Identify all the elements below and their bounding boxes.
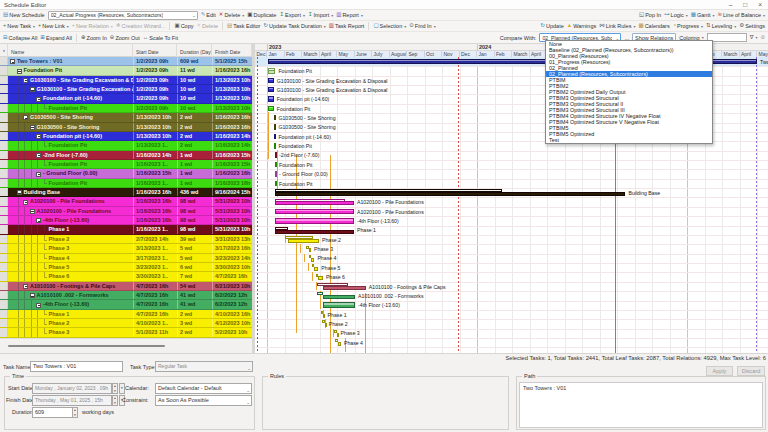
leveling-button[interactable]: ⇅Leveling▾ [706, 23, 736, 29]
table-row-phase-3[interactable]: Phase 33/13/2023 1..5 wd3/17/2023 16h [0, 244, 252, 253]
task-name-input[interactable]: Two Towers : V01 [30, 361, 123, 372]
gantt-bar-phase-6[interactable] [318, 276, 323, 280]
delete-button[interactable]: ✕Delete [196, 23, 218, 29]
calendar-select[interactable]: Default Calendar - Default⌄ [155, 383, 252, 394]
pop-in-button[interactable]: ◱Pop In [639, 12, 661, 18]
collapse-icon[interactable] [30, 125, 35, 130]
task-type-select[interactable]: Regular Task⌄ [155, 361, 253, 372]
gantt-bar-phase-4[interactable] [338, 342, 341, 346]
02-actual-progress-combobox[interactable]: 02_Actual Progress (Resources, Subcontra… [48, 11, 198, 20]
table-row-a1020100-pile-foundations[interactable]: A1020100 - Pile Foundations1/16/2023 16h… [0, 207, 252, 216]
gantt-bar-foundation-pit[interactable] [268, 106, 274, 112]
warnings-button[interactable]: ▲Warnings [567, 23, 596, 29]
collapse-icon[interactable] [23, 200, 28, 205]
find-in-button[interactable]: ⊙Find In▾ [409, 23, 435, 29]
collapse-icon[interactable] [36, 97, 41, 102]
table-row-two-towers-v01[interactable]: Two Towers : V011/2/2023 09h609 wd5/1/20… [0, 57, 252, 66]
settings-button[interactable]: ⚙Settings [739, 23, 765, 29]
duration-spinner[interactable]: ▴▾ [72, 407, 78, 418]
funnel-button[interactable]: ∇▾ [750, 35, 758, 41]
table-row-g1030100-site-grading-excavation-disposal[interactable]: G1030100 - Site Grading Excavation & Dis… [0, 85, 252, 94]
column-header-name[interactable]: Name [8, 44, 133, 57]
column-header-finish-date[interactable]: Finish Date [212, 44, 252, 57]
table-row-phase-5[interactable]: Phase 53/23/2023 1..6 wd3/30/2023 10h [0, 263, 252, 272]
expand-all-button[interactable]: ⊞Expand All [40, 35, 72, 41]
collapse-all-button[interactable]: ⊟Collapse All [3, 35, 37, 41]
gantt-bar-g1030100-site-grading-excavation-disposal[interactable] [268, 78, 274, 84]
apply-button[interactable]: Apply [706, 366, 733, 376]
finish-date-spinner[interactable]: ▴▾ [112, 395, 118, 406]
update-task-duration-button[interactable]: ↻Update Task Duration▾ [263, 23, 325, 29]
dropdown-item-test[interactable]: Test [546, 137, 712, 143]
slash-button[interactable]: ⊘ [760, 35, 765, 41]
creation-wizard-button[interactable]: ✱Creation Wizard... [116, 23, 166, 29]
collapse-icon[interactable] [23, 284, 28, 289]
constraint-select[interactable]: As Soon As Possible⌄ [155, 395, 252, 406]
new-schedule-button[interactable]: ▤New Schedule [3, 12, 45, 18]
table-row-foundation-pit[interactable]: Foundation Pit1/13/2023 1..2 wd1/16/2023… [0, 141, 252, 150]
gantt-bar-a1020100-pile-foundations[interactable] [275, 209, 353, 215]
table-row-foundation-pit-14-60[interactable]: Foundation pit (-14.60)1/2/2023 09h10 wd… [0, 94, 252, 103]
collapse-icon[interactable] [30, 293, 35, 298]
gantt-bar-foundation-pit[interactable] [268, 70, 276, 74]
gantt-button[interactable]: ▦Gantt▾ [691, 12, 715, 18]
table-row-phase-2[interactable]: Phase 22/7/2023 14h39 wd3/31/2023 13h [0, 235, 252, 244]
export-button[interactable]: ↥Export▾ [279, 12, 305, 18]
gantt-bar-ground-floor-0-00[interactable] [275, 171, 277, 177]
gantt-bar-phase-2[interactable] [325, 323, 327, 327]
gantt-bar-g1030500-site-shoring[interactable] [274, 124, 276, 130]
zoom-out-button[interactable]: ⊖Zoom Out [110, 35, 140, 41]
gantt-bar-g1030100-site-grading-excavation-disposal[interactable] [268, 87, 274, 93]
table-row-4th-floor-13-60[interactable]: -4th Floor (-13.60)4/7/2023 16h41 wd6/2/… [0, 300, 252, 309]
gantt-bar-phase-5[interactable] [314, 267, 318, 271]
line-of-balance-button[interactable]: ≋Line of Balance▾ [717, 12, 765, 18]
gantt-bar-a1020100-pile-foundations[interactable] [275, 201, 353, 205]
collapse-icon[interactable] [23, 115, 28, 120]
table-row-4th-floor-13-60[interactable]: -4th Floor (-13.60)1/16/2023 16h98 wd5/3… [0, 216, 252, 225]
logic-button[interactable]: ⊶Logic▾ [664, 12, 688, 18]
gantt-bar-phase-2[interactable] [288, 239, 319, 243]
table-row-phase-2[interactable]: Phase 24/10/2023 1..3 wd4/12/2023 10h [0, 319, 252, 328]
import-button[interactable]: ↧Import▾ [308, 12, 333, 18]
start-date-spinner[interactable]: ▴▾ [112, 383, 118, 394]
collapse-icon[interactable] [23, 78, 28, 83]
table-row-g1030500-site-shoring[interactable]: G1030500 - Site Shoring1/13/2023 10h2 wd… [0, 113, 252, 122]
maximize-button[interactable]: □ [743, 0, 747, 10]
collapse-icon[interactable] [10, 59, 15, 64]
collapse-icon[interactable] [17, 190, 22, 195]
table-row-a1020100-pile-foundations[interactable]: A1020100 - Pile Foundations1/16/2023 16h… [0, 197, 252, 206]
table-row-g1030100-site-grading-excavation-disposal[interactable]: G1030100 - Site Grading Excavation & Dis… [0, 76, 252, 85]
table-row-foundation-pit-14-60[interactable]: Foundation pit (-14.60)1/13/2023 10h2 wd… [0, 132, 252, 141]
selection-button[interactable]: ▢Selection▾ [373, 23, 406, 29]
start-date-field[interactable]: Monday , January 02, 2023 , 09h [32, 383, 112, 394]
gantt-bar-2nd-floor-7-60[interactable] [275, 152, 277, 158]
edit-button[interactable]: ✎Edit [201, 12, 216, 18]
new-task-button[interactable]: +New Task▾ [3, 23, 35, 29]
new-relation-button[interactable]: +New Relation▾ [72, 23, 113, 29]
scale-to-fit-button[interactable]: ↔Scale To Fit [143, 35, 178, 41]
gantt-bar-foundation-pit-14-60[interactable] [274, 134, 276, 140]
collapse-icon[interactable] [30, 87, 35, 92]
collapse-icon[interactable] [36, 172, 41, 177]
table-row-a1010100-002-formworks[interactable]: A1010100 .002 - Formworks4/7/2023 16h41 … [0, 291, 252, 300]
zoom-in-button[interactable]: ⊕Zoom In [81, 35, 107, 41]
table-row-building-base[interactable]: Building Base1/16/2023 16h436 wd9/16/202… [0, 188, 252, 197]
close-button[interactable]: × [758, 0, 762, 10]
task-editor-button[interactable]: ▤Task Editor [227, 23, 260, 29]
collapse-icon[interactable] [17, 69, 22, 74]
duplicate-button[interactable]: ▣Duplicate [247, 12, 276, 18]
column-header-duration-days[interactable]: Duration (Days) [177, 44, 212, 57]
gantt-bar-phase-1[interactable] [323, 314, 325, 318]
table-row-a1010100-footings-pile-caps[interactable]: A1010100 - Footings & Pile Caps4/7/2023 … [0, 282, 252, 291]
table-row-g1030500-site-shoring[interactable]: G1030500 - Site Shoring1/13/2023 10h2 wd… [0, 123, 252, 132]
minimize-button[interactable]: – [729, 0, 733, 10]
collapse-icon[interactable] [30, 209, 35, 214]
calendars-button[interactable]: ▦Calendars [638, 23, 669, 29]
table-row-2nd-floor-7-60[interactable]: -2nd Floor (-7.60)1/16/2023 14h1 wd1/16/… [0, 151, 252, 160]
task-report-button[interactable]: ▥Task Report [329, 23, 365, 29]
report-button[interactable]: ▥Report▾ [336, 12, 363, 18]
gantt-bar-phase-3[interactable] [309, 248, 311, 252]
gantt-bar-phase-3[interactable] [337, 333, 339, 337]
table-row-foundation-pit[interactable]: Foundation Pit1/16/2023 1..1 wd1/16/2023… [0, 179, 252, 188]
collapse-icon[interactable] [36, 218, 41, 223]
